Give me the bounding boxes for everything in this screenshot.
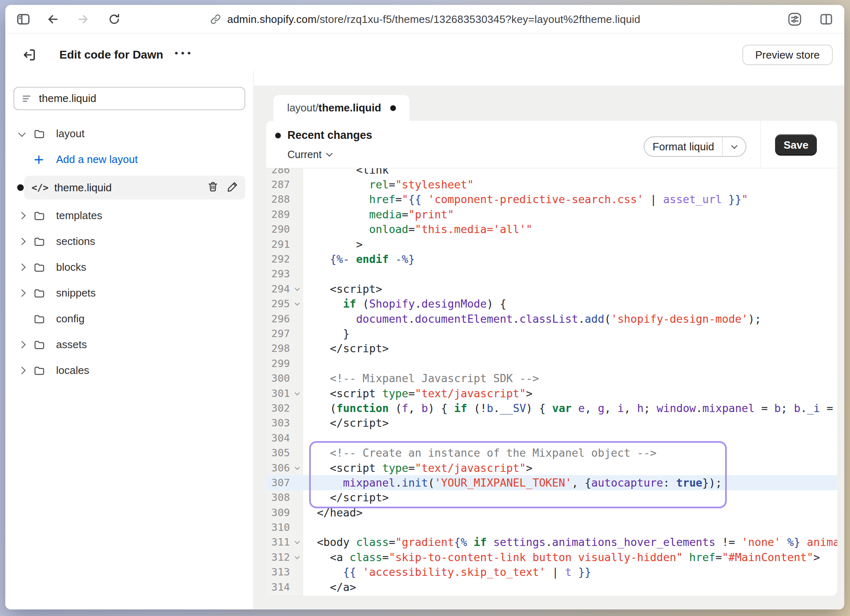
line-number: 302 [266, 402, 290, 414]
sidebar-folder-locales[interactable]: locales [14, 358, 245, 383]
editor-top-strip [254, 70, 844, 86]
tweaks-icon[interactable] [787, 11, 803, 27]
code-line[interactable]: 293 [266, 267, 837, 281]
format-options-button[interactable] [723, 137, 746, 156]
code-line[interactable]: 303 </script> [266, 416, 837, 430]
sidebar-item-theme-liquid[interactable]: </>theme.liquid [24, 176, 245, 199]
sidebar-folder-snippets[interactable]: snippets [14, 280, 245, 306]
code-line[interactable]: 295 if (Shopify.designMode) { [266, 297, 837, 311]
line-number: 293 [266, 268, 290, 280]
code-line[interactable]: 296 document.documentElement.classList.a… [266, 311, 837, 326]
tab-dir-label: layout/ [287, 102, 319, 114]
code-line[interactable]: 289 media="print" [266, 207, 837, 222]
reload-icon[interactable] [108, 13, 121, 26]
editor-card-header: Recent changes Current Format liquid [266, 121, 837, 168]
code-line[interactable]: 312 <a class="skip-to-content-link butto… [266, 550, 837, 564]
chevron-right-icon [18, 263, 25, 271]
recent-changes: Recent changes [275, 129, 372, 142]
line-number: 292 [266, 253, 290, 265]
line-number: 304 [266, 432, 290, 444]
code-line[interactable]: 297 } [266, 326, 837, 341]
line-number: 298 [266, 342, 290, 354]
code-line[interactable]: 286 <link [266, 168, 837, 177]
code-line[interactable]: 299 [266, 356, 837, 371]
format-liquid-button[interactable]: Format liquid [644, 137, 723, 156]
fold-icon[interactable] [295, 539, 300, 544]
filter-icon [21, 93, 33, 105]
code-line[interactable]: 314 </a> [266, 580, 837, 594]
code-line[interactable]: 302 (function (f, b) { if (!b.__SV) { va… [266, 401, 837, 415]
sidebar-folder-assets[interactable]: assets [14, 332, 245, 358]
exit-icon[interactable] [22, 47, 37, 63]
code-line[interactable]: 292 {%- endif -%} [266, 251, 837, 266]
line-number: 307 [266, 477, 290, 489]
sidebar-folder-config[interactable]: config [14, 306, 245, 332]
sidebar-folder-layout[interactable]: layout [14, 121, 245, 147]
line-number: 310 [266, 521, 290, 533]
code-line[interactable]: 309 </head> [266, 505, 837, 520]
code-line[interactable]: 307 mixpanel.init('YOUR_MIXPANEL_TOKEN',… [266, 475, 837, 490]
split-view-icon[interactable] [819, 12, 834, 27]
sidebar-folder-templates[interactable]: templates [14, 203, 245, 229]
back-icon[interactable] [46, 13, 59, 26]
code-line[interactable]: 304 [266, 430, 837, 445]
fold-icon[interactable] [295, 301, 300, 306]
line-number: 296 [266, 313, 290, 325]
sidebar-action-add-layout[interactable]: Add a new layout [14, 147, 245, 172]
code-line[interactable]: 305 <!-- Create an instance of the Mixpa… [266, 445, 837, 460]
line-number: 288 [266, 193, 290, 205]
fold-icon[interactable] [295, 390, 300, 395]
folder-icon [33, 128, 50, 140]
tab-theme-liquid[interactable]: layout/theme.liquid [274, 95, 409, 121]
code-line[interactable]: 291 > [266, 237, 837, 251]
code-line[interactable]: 298 </script> [266, 341, 837, 356]
code-line[interactable]: 311 <body class="gradient{% if settings.… [266, 535, 837, 550]
header-divider [760, 121, 761, 168]
folder-icon [33, 236, 50, 248]
recent-changes-label: Recent changes [287, 129, 372, 142]
preview-store-button[interactable]: Preview store [742, 45, 833, 65]
line-number: 297 [266, 328, 290, 340]
sidebar-toggle-icon[interactable] [16, 12, 31, 27]
forward-icon[interactable] [77, 13, 90, 26]
line-number: 306 [266, 462, 290, 474]
code-line[interactable]: 313 {{ 'accessibility.skip_to_text' | t … [266, 565, 837, 580]
code-line[interactable]: 300 <!-- Mixpanel Javascript SDK --> [266, 371, 837, 385]
chevron-right-icon [18, 341, 25, 348]
code-line[interactable]: 294 <script> [266, 281, 837, 296]
chevron-down-icon [731, 142, 737, 149]
code-line[interactable]: 288 href="{{ 'component-predictive-searc… [266, 192, 837, 207]
sidebar-folder-sections[interactable]: sections [14, 229, 245, 254]
line-number: 309 [266, 507, 290, 519]
tab-bar: layout/theme.liquid [254, 86, 844, 121]
delete-file-icon[interactable] [207, 181, 219, 195]
version-dropdown[interactable]: Current [287, 149, 332, 161]
line-number: 287 [266, 179, 290, 190]
plus-icon [33, 154, 50, 165]
code-editor[interactable]: 286 <link287 rel="stylesheet"288 href="{… [266, 168, 837, 596]
file-search[interactable] [14, 87, 245, 110]
chevron-right-icon [18, 212, 25, 219]
fold-icon[interactable] [295, 286, 300, 291]
app-header: Edit code for Dawn ••• Preview store [5, 34, 844, 70]
browser-toolbar: admin.shopify.com/store/rzq1xu-f5/themes… [5, 5, 844, 34]
more-actions-button[interactable]: ••• [175, 48, 194, 62]
code-line[interactable]: 301 <script type="text/javascript"> [266, 386, 837, 401]
folder-icon [33, 313, 50, 325]
fold-icon[interactable] [295, 464, 300, 470]
editor-card: Recent changes Current Format liquid [266, 121, 837, 596]
address-bar[interactable]: admin.shopify.com/store/rzq1xu-f5/themes… [209, 5, 640, 34]
format-liquid-split-button[interactable]: Format liquid [644, 136, 746, 157]
save-button[interactable]: Save [775, 134, 817, 156]
code-lines: 286 <link287 rel="stylesheet"288 href="{… [266, 168, 837, 594]
code-line[interactable]: 287 rel="stylesheet" [266, 177, 837, 192]
code-line[interactable]: 308 </script> [266, 490, 837, 505]
code-line[interactable]: 310 [266, 520, 837, 534]
fold-icon[interactable] [295, 554, 300, 559]
code-line[interactable]: 290 onload="this.media='all'" [266, 222, 837, 237]
folder-icon [33, 365, 50, 377]
code-line[interactable]: 306 <script type="text/javascript"> [266, 460, 837, 475]
search-input[interactable] [39, 92, 238, 105]
sidebar-folder-blocks[interactable]: blocks [14, 254, 245, 280]
rename-file-icon[interactable] [226, 181, 239, 195]
